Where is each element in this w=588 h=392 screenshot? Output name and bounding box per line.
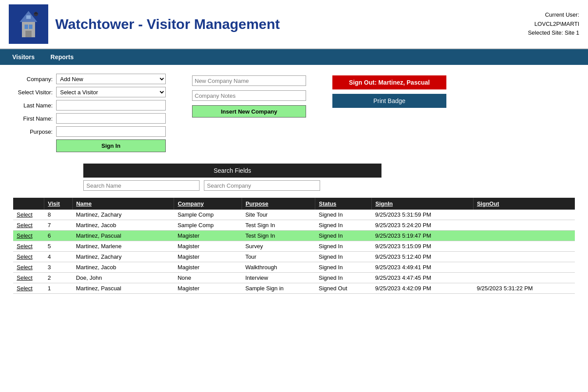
main-content: Company: Add New Select Visitor: Select … [0, 65, 588, 303]
logo-area: Watchtower - Visitor Management [9, 4, 280, 44]
purpose-input[interactable] [56, 126, 166, 137]
cell-signin: 9/25/2023 5:24:20 PM [371, 220, 473, 231]
purpose-row: Purpose: [13, 126, 166, 137]
company-notes-input[interactable] [192, 90, 306, 101]
select-link[interactable]: Select [17, 211, 32, 218]
select-link[interactable]: Select [17, 243, 32, 249]
select-link[interactable]: Select [17, 222, 32, 228]
cell-company: Magister [174, 252, 242, 262]
first-name-input[interactable] [56, 113, 166, 124]
cell-signin: 9/25/2023 5:12:40 PM [371, 252, 473, 262]
th-company[interactable]: Company [174, 198, 242, 210]
select-link[interactable]: Select [17, 232, 32, 239]
sign-in-row: Sign In [13, 139, 166, 152]
cell-name: Martinez, Marlene [72, 241, 174, 252]
cell-visit: 6 [44, 231, 72, 241]
th-name[interactable]: Name [72, 198, 174, 210]
app-title: Watchtower - Visitor Management [55, 16, 280, 32]
table-row: Select2Doe, JohnNoneInterviewSigned In9/… [13, 273, 575, 283]
cell-name: Martinez, Zachary [72, 210, 174, 220]
cell-visit: 7 [44, 220, 72, 231]
cell-signout [473, 252, 575, 262]
select-cell: Select [13, 231, 44, 241]
cell-purpose: Test Sign In [242, 231, 315, 241]
select-visitor-row: Select Visitor: Select a Visitor [13, 87, 166, 97]
cell-name: Martinez, Pascual [72, 231, 174, 241]
company-row: Company: Add New [13, 74, 166, 84]
nav-visitors[interactable]: Visitors [4, 49, 43, 65]
search-section: Search Fields [13, 164, 575, 191]
cell-company: None [174, 273, 242, 283]
select-cell: Select [13, 262, 44, 273]
select-link[interactable]: Select [17, 264, 32, 271]
table-row: Select8Martinez, ZacharySample CompSite … [13, 210, 575, 220]
th-status[interactable]: Status [315, 198, 372, 210]
table-row: Select6Martinez, PascualMagisterTest Sig… [13, 231, 575, 241]
cell-purpose: Interview [242, 273, 315, 283]
th-purpose[interactable]: Purpose [242, 198, 315, 210]
cell-purpose: Site Tour [242, 210, 315, 220]
svg-rect-2 [29, 25, 32, 29]
select-link[interactable]: Select [17, 274, 32, 281]
search-company-input[interactable] [204, 180, 320, 191]
search-row [83, 180, 575, 191]
first-name-label: First Name: [13, 115, 53, 122]
cell-company: Magister [174, 241, 242, 252]
last-name-label: Last Name: [13, 102, 53, 109]
insert-new-company-button[interactable]: Insert New Company [192, 105, 306, 118]
selected-site: Selected Site: Site 1 [528, 29, 579, 38]
th-signin[interactable]: SignIn [371, 198, 473, 210]
select-link[interactable]: Select [17, 253, 32, 260]
cell-visit: 4 [44, 252, 72, 262]
cell-visit: 2 [44, 273, 72, 283]
select-visitor-label: Select Visitor: [13, 89, 53, 96]
cell-signout [473, 241, 575, 252]
select-visitor-select[interactable]: Select a Visitor [56, 87, 166, 97]
cell-signout: 9/25/2023 5:31:22 PM [473, 283, 575, 294]
purpose-label: Purpose: [13, 128, 53, 135]
user-info: Current User: LOVCL2P\MARTI Selected Sit… [528, 11, 579, 38]
logo-box [9, 4, 48, 44]
select-cell: Select [13, 273, 44, 283]
new-company-name-input[interactable] [192, 75, 306, 86]
visit-table: Visit Name Company Purpose Status SignIn… [13, 198, 575, 294]
nav-reports[interactable]: Reports [43, 49, 82, 65]
cell-purpose: Survey [242, 241, 315, 252]
nav-bar: Visitors Reports [0, 49, 588, 65]
th-signout[interactable]: SignOut [473, 198, 575, 210]
right-form-col: Sign Out: Martinez, Pascual Print Badge [332, 74, 446, 108]
sign-out-button[interactable]: Sign Out: Martinez, Pascual [332, 75, 446, 89]
current-user: LOVCL2P\MARTI [528, 20, 579, 29]
table-row: Select3Martinez, JacobMagisterWalkthroug… [13, 262, 575, 273]
search-name-input[interactable] [83, 180, 200, 191]
svg-rect-1 [25, 25, 28, 29]
cell-name: Martinez, Jacob [72, 220, 174, 231]
cell-company: Magister [174, 262, 242, 273]
cell-signin: 9/25/2023 5:31:59 PM [371, 210, 473, 220]
cell-purpose: Test Sign In [242, 220, 315, 231]
last-name-input[interactable] [56, 100, 166, 110]
select-cell: Select [13, 241, 44, 252]
header: Watchtower - Visitor Management Current … [0, 0, 588, 49]
select-cell: Select [13, 220, 44, 231]
company-select[interactable]: Add New [56, 74, 166, 84]
cell-company: Magister [174, 231, 242, 241]
cell-status: Signed In [315, 273, 372, 283]
select-link[interactable]: Select [17, 285, 32, 292]
cell-name: Doe, John [72, 273, 174, 283]
cell-signin: 9/25/2023 4:42:09 PM [371, 283, 473, 294]
search-header: Search Fields [83, 164, 381, 178]
last-name-row: Last Name: [13, 100, 166, 110]
th-visit[interactable]: Visit [44, 198, 72, 210]
cell-company: Sample Comp [174, 210, 242, 220]
cell-visit: 1 [44, 283, 72, 294]
cell-purpose: Sample Sign in [242, 283, 315, 294]
cell-visit: 5 [44, 241, 72, 252]
cell-purpose: Walkthrough [242, 262, 315, 273]
cell-status: Signed In [315, 252, 372, 262]
print-badge-button[interactable]: Print Badge [332, 94, 446, 108]
table-row: Select7Martinez, JacobSample CompTest Si… [13, 220, 575, 231]
left-form-col: Company: Add New Select Visitor: Select … [13, 74, 166, 155]
sign-in-button[interactable]: Sign In [56, 139, 166, 152]
cell-signout [473, 210, 575, 220]
